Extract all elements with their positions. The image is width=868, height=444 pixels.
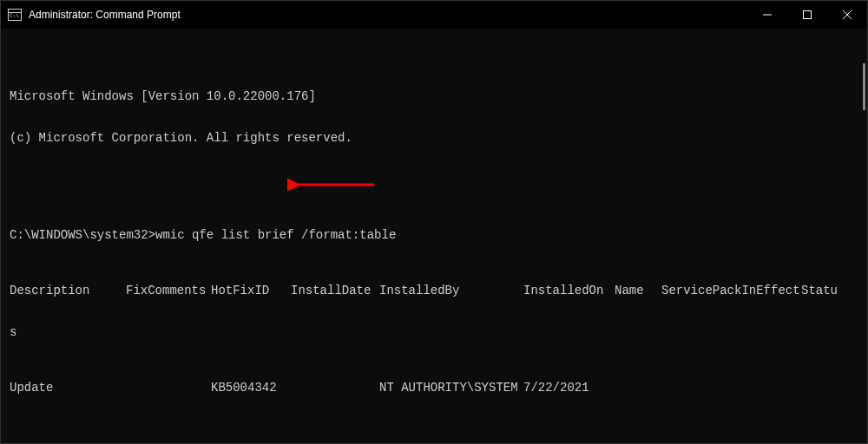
svg-rect-1 bbox=[804, 11, 812, 19]
close-icon bbox=[843, 10, 852, 19]
window-controls bbox=[747, 1, 867, 29]
header-hotfixid: HotFixID bbox=[211, 284, 291, 297]
maximize-icon bbox=[803, 10, 812, 19]
cell-installedby: NT AUTHORITY\SYSTEM bbox=[379, 381, 523, 395]
header-installdate: InstallDate bbox=[291, 284, 379, 297]
typed-command: wmic qfe list brief /format:table bbox=[155, 228, 396, 242]
header-servicepack: ServicePackInEffect bbox=[661, 284, 801, 297]
cmd-icon: C:\ bbox=[8, 9, 22, 21]
scrollbar-thumb[interactable] bbox=[863, 63, 865, 110]
table-header-row: Description FixComments HotFixID Install… bbox=[10, 284, 858, 297]
minimize-button[interactable] bbox=[747, 1, 787, 29]
prompt: C:\WINDOWS\system32> bbox=[10, 228, 155, 242]
command-prompt-window: C:\ Administrator: Command Prompt Micros… bbox=[0, 0, 868, 444]
header-name: Name bbox=[615, 284, 661, 297]
maximize-button[interactable] bbox=[787, 1, 827, 29]
blank-line bbox=[10, 422, 858, 436]
cell-installedon: 7/22/2021 bbox=[523, 381, 615, 395]
blank-line bbox=[10, 173, 858, 186]
terminal-body[interactable]: Microsoft Windows [Version 10.0.22000.17… bbox=[1, 29, 867, 443]
header-status-tail: s bbox=[10, 325, 858, 339]
cell-hotfixid: KB5004342 bbox=[211, 381, 291, 395]
cell-fixcomments bbox=[126, 381, 211, 395]
command-line: C:\WINDOWS\system32>wmic qfe list brief … bbox=[10, 228, 858, 242]
window-title: Administrator: Command Prompt bbox=[29, 9, 181, 21]
titlebar[interactable]: C:\ Administrator: Command Prompt bbox=[1, 1, 867, 29]
header-installedby: InstalledBy bbox=[379, 284, 523, 297]
minimize-icon bbox=[763, 10, 772, 19]
cell-description: Update bbox=[10, 381, 126, 395]
cell-installdate bbox=[291, 381, 379, 395]
header-installedon: InstalledOn bbox=[523, 284, 615, 297]
titlebar-left: C:\ Administrator: Command Prompt bbox=[8, 9, 181, 21]
line-version: Microsoft Windows [Version 10.0.22000.17… bbox=[10, 89, 858, 103]
header-status-wrapped: Statu bbox=[801, 284, 838, 297]
header-fixcomments: FixComments bbox=[126, 284, 211, 297]
close-button[interactable] bbox=[827, 1, 867, 29]
header-description: Description bbox=[10, 284, 126, 297]
line-copyright: (c) Microsoft Corporation. All rights re… bbox=[10, 131, 858, 145]
table-row: Update KB5004342 NT AUTHORITY\SYSTEM 7/2… bbox=[10, 381, 858, 395]
